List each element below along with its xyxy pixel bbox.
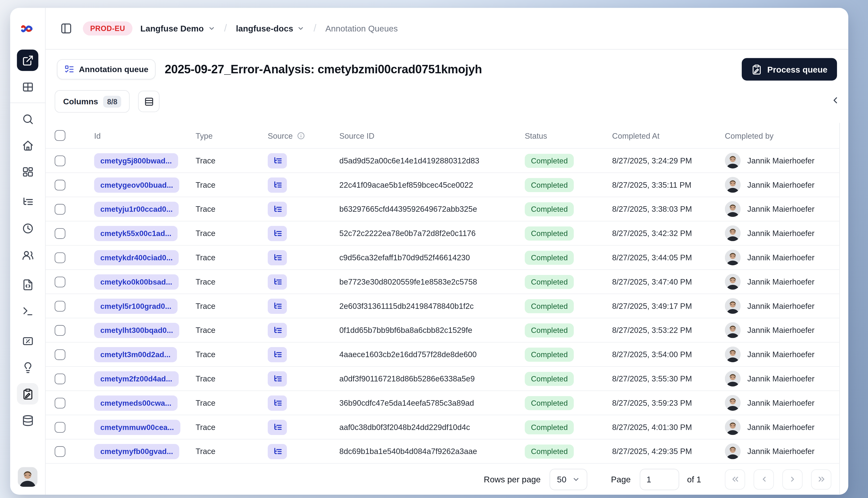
source-trace-button[interactable] <box>268 250 287 265</box>
row-checkbox[interactable] <box>55 397 65 408</box>
item-id-link[interactable]: cmetyk55x00c1ad... <box>94 226 178 241</box>
chevron-down-icon <box>208 25 215 32</box>
table-row[interactable]: cmetylt3m00d2ad... Trace 4aaece1603cb2e1… <box>46 342 839 367</box>
item-id-link[interactable]: cmetyju1r00ccad0... <box>94 201 179 217</box>
item-id-link[interactable]: cmetymyfb00gvad... <box>94 444 179 459</box>
next-page-button[interactable] <box>782 469 803 489</box>
row-checkbox[interactable] <box>55 276 65 287</box>
item-id-link[interactable]: cmetygeov00buad... <box>94 177 179 192</box>
table-row[interactable]: cmetyju1r00ccad0... Trace b63297665cfd44… <box>46 197 839 221</box>
tables-button[interactable] <box>17 76 38 97</box>
header-source-label: Source <box>268 131 293 140</box>
row-checkbox[interactable] <box>55 373 65 384</box>
row-checkbox[interactable] <box>55 349 65 360</box>
prev-page-button[interactable] <box>753 469 774 489</box>
item-id-link[interactable]: cmetylht300bqad0... <box>94 323 179 338</box>
table-row[interactable]: cmetyko0k00bsad... Trace be7723e30d80205… <box>46 270 839 294</box>
source-trace-button[interactable] <box>268 177 287 192</box>
open-external-button[interactable] <box>17 50 38 71</box>
user-avatar-button[interactable] <box>18 467 38 487</box>
header-source[interactable]: Source <box>268 131 339 140</box>
sidebar-item-dashboards[interactable] <box>17 161 38 182</box>
last-page-button[interactable] <box>811 469 831 489</box>
sidebar-item-traces[interactable] <box>17 191 38 212</box>
header-status[interactable]: Status <box>524 131 612 140</box>
type-cell: Trace <box>195 422 268 432</box>
table-row[interactable]: cmetykdr400ciad0... Trace c9d56ca32efaff… <box>46 246 839 270</box>
header-source-id[interactable]: Source ID <box>339 131 524 140</box>
source-id-cell: 4aaece1603cb2e16dd757f28de8de600 <box>339 350 524 359</box>
completed-at-cell: 8/27/2025, 4:01:30 PM <box>612 422 725 432</box>
item-id-link[interactable]: cmetym2fz00d4ad... <box>94 371 178 386</box>
source-trace-button[interactable] <box>268 371 287 386</box>
sidebar-item-users[interactable] <box>17 244 38 265</box>
row-height-button[interactable] <box>138 91 160 112</box>
item-id-link[interactable]: cmetymmuw00cea... <box>94 419 180 434</box>
source-trace-button[interactable] <box>268 395 287 410</box>
sidebar-item-sessions[interactable] <box>17 218 38 239</box>
completed-at-cell: 8/27/2025, 3:55:30 PM <box>612 374 725 383</box>
sidebar-item-evaluation[interactable] <box>17 330 38 352</box>
sidebar-item-insights[interactable] <box>17 357 38 378</box>
row-checkbox[interactable] <box>55 446 65 457</box>
columns-button[interactable]: Columns 8/8 <box>55 90 130 113</box>
sidebar-item-home[interactable] <box>17 135 38 156</box>
page-number-input[interactable] <box>640 469 679 490</box>
type-cell: Trace <box>195 326 268 335</box>
row-checkbox[interactable] <box>55 252 65 263</box>
source-trace-button[interactable] <box>268 226 287 241</box>
breadcrumb-project[interactable]: langfuse-docs <box>236 24 305 33</box>
sidebar-item-prompts[interactable] <box>17 274 38 295</box>
table-row[interactable]: cmetyl5r100grad0... Trace 2e603f31361115… <box>46 294 839 318</box>
source-trace-button[interactable] <box>268 201 287 217</box>
process-queue-button[interactable]: Process queue <box>742 58 837 80</box>
table-row[interactable]: cmetymeds00cwa... Trace 36b90cdfc47e5da1… <box>46 391 839 415</box>
table-row[interactable]: cmetylht300bqad0... Trace 0f1dd65b7bb9bf… <box>46 318 839 342</box>
row-checkbox[interactable] <box>55 204 65 214</box>
sidebar-item-datasets[interactable] <box>17 409 38 431</box>
source-trace-button[interactable] <box>268 298 287 313</box>
sidebar-item-annotation-queues[interactable] <box>17 383 38 405</box>
table-row[interactable]: cmetym2fz00d4ad... Trace a0df3f901167218… <box>46 367 839 391</box>
first-page-button[interactable] <box>725 469 745 489</box>
langfuse-logo[interactable] <box>10 8 45 50</box>
item-id-link[interactable]: cmetyl5r100grad0... <box>94 298 178 313</box>
header-completed-by[interactable]: Completed by <box>725 131 839 140</box>
table-row[interactable]: cmetyg5j800bwad... Trace d5ad9d52a00c6e1… <box>46 149 839 173</box>
row-checkbox[interactable] <box>55 155 65 166</box>
source-trace-button[interactable] <box>268 444 287 459</box>
toggle-sidebar-button[interactable] <box>57 19 75 38</box>
row-checkbox[interactable] <box>55 301 65 312</box>
completed-by-cell: Jannik Maierhoefer <box>725 298 839 314</box>
table-row[interactable]: cmetymmuw00cea... Trace aaf0c38db0f3f204… <box>46 415 839 440</box>
item-id-link[interactable]: cmetyko0k00bsad... <box>94 274 178 289</box>
row-checkbox[interactable] <box>55 422 65 433</box>
select-all-checkbox[interactable] <box>55 130 65 141</box>
row-checkbox[interactable] <box>55 325 65 336</box>
source-trace-button[interactable] <box>268 323 287 338</box>
header-id[interactable]: Id <box>94 131 195 140</box>
item-id-link[interactable]: cmetymeds00cwa... <box>94 395 178 410</box>
collapse-panel-button[interactable] <box>826 91 845 110</box>
row-checkbox[interactable] <box>55 228 65 239</box>
source-trace-button[interactable] <box>268 347 287 362</box>
header-completed-at[interactable]: Completed At <box>612 131 725 140</box>
page-header: Annotation queue 2025-09-27_Error-Analys… <box>46 50 848 89</box>
row-checkbox[interactable] <box>55 180 65 191</box>
completed-by-name: Jannik Maierhoefer <box>747 374 814 383</box>
source-trace-button[interactable] <box>268 419 287 434</box>
breadcrumb-org[interactable]: Langfuse Demo <box>140 24 215 33</box>
source-trace-button[interactable] <box>268 274 287 289</box>
item-id-link[interactable]: cmetyg5j800bwad... <box>94 153 178 168</box>
item-id-link[interactable]: cmetylt3m00d2ad... <box>94 347 177 362</box>
rows-per-page-select[interactable]: 50 <box>550 469 587 490</box>
table-row[interactable]: cmetymyfb00gvad... Trace 8dc69b1ba1e540b… <box>46 440 839 464</box>
item-id-link[interactable]: cmetykdr400ciad0... <box>94 250 179 265</box>
sidebar-item-playground[interactable] <box>17 300 38 322</box>
completed-at-cell: 8/27/2025, 3:54:00 PM <box>612 350 725 359</box>
source-trace-button[interactable] <box>268 153 287 168</box>
sidebar-item-search[interactable] <box>17 108 38 130</box>
table-row[interactable]: cmetygeov00buad... Trace 22c41f09acae5b1… <box>46 173 839 197</box>
table-row[interactable]: cmetyk55x00c1ad... Trace 52c72c2222ea78e… <box>46 221 839 246</box>
header-type[interactable]: Type <box>195 131 268 140</box>
